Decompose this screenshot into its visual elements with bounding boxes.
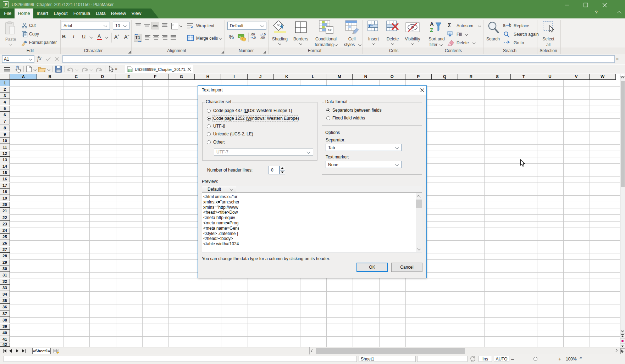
svg-text:≤>: ≤> bbox=[327, 28, 332, 32]
svg-text:A: A bbox=[430, 21, 434, 27]
svg-text:Z: Z bbox=[430, 27, 433, 33]
